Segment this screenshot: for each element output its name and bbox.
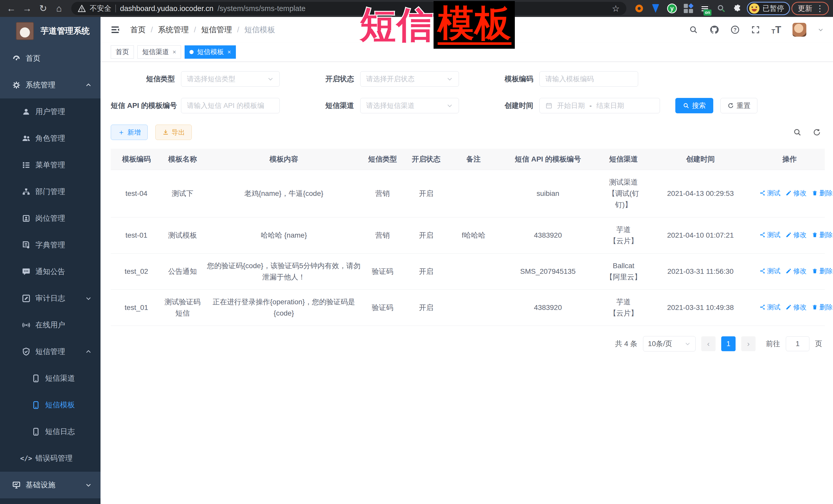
trash-icon <box>812 232 818 238</box>
user-avatar[interactable] <box>792 23 806 37</box>
tag-home[interactable]: 首页 <box>111 45 134 59</box>
export-button[interactable]: 导出 <box>156 125 192 140</box>
refresh-table-icon[interactable] <box>812 128 821 137</box>
address-bar[interactable]: 不安全 dashboard.yudao.iocoder.cn/system/sm… <box>71 2 626 15</box>
col-header: 备注 <box>452 149 495 170</box>
sidebar-item-sms-template[interactable]: 短信模板 <box>0 392 100 418</box>
github-icon[interactable] <box>709 25 719 34</box>
sidebar-item-sms-mgmt[interactable]: 短信管理 <box>0 338 100 365</box>
chevron-up-icon <box>85 349 92 355</box>
table-row: test_01 测试验证码短信 正在进行登录操作{operation}，您的验证… <box>111 289 825 326</box>
delete-link[interactable]: 删除 <box>812 229 833 240</box>
sidebar-item-user-mgmt[interactable]: 用户管理 <box>0 98 100 125</box>
profile-paused-pill[interactable]: 已暂停 <box>747 2 790 15</box>
prev-page-button[interactable]: ‹ <box>701 336 716 351</box>
sms-type-select[interactable]: 请选择短信类型 <box>181 71 280 87</box>
delete-link[interactable]: 删除 <box>812 187 833 199</box>
forward-icon[interactable]: → <box>20 2 34 15</box>
filter-label: 模板编码 <box>474 74 533 84</box>
extension-grid-icon[interactable] <box>683 3 693 14</box>
toggle-search-icon[interactable] <box>793 128 802 137</box>
avatar-caret-icon[interactable] <box>817 27 824 33</box>
sidebar-item-menu-mgmt[interactable]: 菜单管理 <box>0 152 100 178</box>
extension-list-icon[interactable]: on <box>700 3 710 14</box>
sidebar-item-online-users[interactable]: 在线用户 <box>0 312 100 338</box>
reload-icon[interactable]: ↻ <box>36 2 50 15</box>
col-header: 短信渠道 <box>600 149 647 170</box>
sidebar-item-dict-mgmt[interactable]: 字典管理 <box>0 232 100 258</box>
extension-green-icon[interactable]: y <box>667 3 677 14</box>
url-divider <box>115 5 116 12</box>
sidebar-item-infrastructure[interactable]: 基础设施 <box>0 472 100 498</box>
help-icon[interactable]: ? <box>731 25 740 34</box>
edit-link[interactable]: 修改 <box>786 265 807 277</box>
sidebar-item-system[interactable]: 系统管理 <box>0 72 100 98</box>
search-button[interactable]: 搜索 <box>675 98 713 113</box>
bookmark-star-icon[interactable]: ☆ <box>612 3 620 14</box>
sidebar-fold-icon[interactable] <box>110 24 120 35</box>
breadcrumb-home[interactable]: 首页 <box>130 25 146 35</box>
sidebar-item-post-mgmt[interactable]: 岗位管理 <box>0 205 100 232</box>
template-code-input[interactable] <box>545 75 632 83</box>
edit-link[interactable]: 修改 <box>786 229 807 240</box>
plus-icon: ＋ <box>118 127 125 137</box>
extension-drop-icon[interactable] <box>650 3 661 14</box>
add-button[interactable]: ＋ 新增 <box>111 125 148 140</box>
sidebar-item-role-mgmt[interactable]: 角色管理 <box>0 125 100 152</box>
reset-button[interactable]: 重置 <box>720 98 757 113</box>
sidebar-item-notice-mgmt[interactable]: 通知公告 <box>0 258 100 285</box>
sidebar-item-label: 用户管理 <box>35 106 65 117</box>
close-icon[interactable]: × <box>172 48 176 56</box>
edit-link[interactable]: 修改 <box>786 187 807 199</box>
extension-donut-icon[interactable] <box>634 3 644 14</box>
filter-row-2: 短信 API 的模板编号 短信渠道 请选择短信渠道 创建时间 <box>111 98 825 113</box>
sidebar-item-home[interactable]: 首页 <box>0 45 100 72</box>
font-size-icon[interactable]: TT <box>771 25 781 34</box>
browser-update-button[interactable]: 更新 ⋮ <box>791 2 829 15</box>
sidebar-item-error-code[interactable]: </> 错误码管理 <box>0 445 100 472</box>
tag-sms-template[interactable]: 短信模板 × <box>185 45 236 59</box>
test-link[interactable]: 测试 <box>759 187 781 199</box>
close-icon[interactable]: × <box>228 48 231 56</box>
test-link[interactable]: 测试 <box>759 265 781 277</box>
delete-link[interactable]: 删除 <box>812 265 833 277</box>
browser-menu-icon[interactable]: ⋮ <box>816 4 824 13</box>
filter-label: 短信 API 的模板编号 <box>111 101 175 111</box>
app-logo-row[interactable]: 芋道管理系统 <box>0 17 100 45</box>
sidebar-item-audit-log[interactable]: 审计日志 <box>0 285 100 312</box>
fullscreen-icon[interactable] <box>751 25 760 34</box>
profile-avatar-emoji <box>749 3 759 14</box>
sidebar-item-sms-channel[interactable]: 短信渠道 <box>0 365 100 392</box>
chevron-down-icon <box>85 482 92 488</box>
back-icon[interactable]: ← <box>4 2 19 15</box>
edit-link[interactable]: 修改 <box>786 302 807 313</box>
goto-label: 前往 <box>766 339 780 349</box>
share-icon <box>759 268 766 274</box>
channel-select[interactable]: 请选择短信渠道 <box>360 98 459 113</box>
sidebar-item-sms-log[interactable]: 短信日志 <box>0 418 100 445</box>
api-template-id-input[interactable] <box>187 102 274 110</box>
breadcrumb-system[interactable]: 系统管理 <box>158 25 189 35</box>
table-row: test_02 公告通知 您的验证码{code}，该验证码5分钟内有效，请勿泄漏… <box>111 253 825 289</box>
filter-template-code: 模板编码 <box>474 71 638 87</box>
pagination: 共 4 条 10条/页 ‹ 1 › 前往 页 <box>111 336 822 352</box>
not-secure-warning-icon <box>78 5 86 12</box>
code-icon: </> <box>22 454 31 463</box>
tag-sms-channel[interactable]: 短信渠道 × <box>137 45 181 59</box>
date-range-picker[interactable]: 开始日期 - 结束日期 <box>540 98 660 113</box>
breadcrumb-sms[interactable]: 短信管理 <box>201 25 232 35</box>
phone-icon <box>31 401 41 410</box>
next-page-button[interactable]: › <box>741 336 756 351</box>
test-link[interactable]: 测试 <box>759 229 781 240</box>
extension-magnifier-icon[interactable] <box>716 3 727 14</box>
test-link[interactable]: 测试 <box>759 302 781 313</box>
goto-page-input[interactable] <box>786 336 809 351</box>
header-search-icon[interactable] <box>689 25 698 34</box>
current-page-button[interactable]: 1 <box>721 336 736 351</box>
page-size-select[interactable]: 10条/页 <box>643 336 696 352</box>
home-icon[interactable]: ⌂ <box>52 2 66 15</box>
delete-link[interactable]: 删除 <box>812 302 833 313</box>
extensions-puzzle-icon[interactable] <box>733 3 743 14</box>
status-select[interactable]: 请选择开启状态 <box>360 71 459 87</box>
sidebar-item-dept-mgmt[interactable]: 部门管理 <box>0 178 100 205</box>
